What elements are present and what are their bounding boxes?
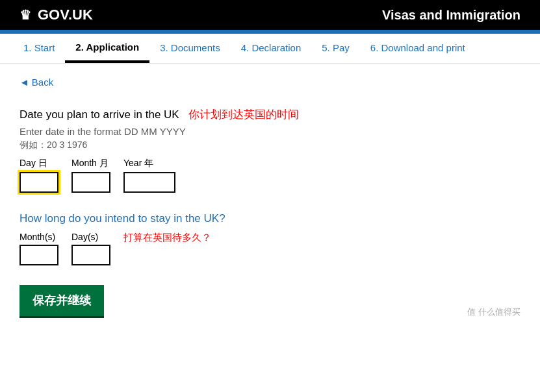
back-link[interactable]: ◄ Back	[19, 77, 53, 88]
month-field-group: Month 月	[71, 158, 110, 193]
step-nav: 1. Start 2. Application 3. Documents 4. …	[0, 34, 540, 64]
arrive-date-section: Date you plan to arrive in the UK 你计划到达英…	[19, 107, 521, 193]
nav-step-2[interactable]: 2. Application	[65, 34, 149, 63]
day-input[interactable]	[19, 172, 58, 193]
back-arrow-icon: ◄	[19, 77, 29, 88]
nav-step-6[interactable]: 6. Download and print	[360, 34, 476, 63]
how-long-english: How long do you intend to stay in the UK…	[19, 212, 225, 225]
arrive-hint-chinese: 例如：20 3 1976	[19, 140, 521, 151]
days-input[interactable]	[71, 245, 110, 265]
save-continue-button[interactable]: 保存并继续	[19, 285, 104, 318]
day-label: Day 日	[19, 158, 58, 169]
arrive-label: Date you plan to arrive in the UK 你计划到达英…	[19, 107, 521, 122]
months-label: Month(s)	[19, 232, 58, 242]
month-label: Month 月	[71, 158, 110, 169]
days-label: Day(s)	[71, 232, 110, 242]
stay-fields: Month(s) Day(s) 打算在英国待多久？	[19, 232, 521, 265]
year-label: Year 年	[123, 158, 175, 169]
stay-label-chinese: 打算在英国待多久？	[123, 232, 211, 244]
gov-uk-logo: ♛ GOV.UK	[19, 6, 93, 23]
nav-step-4[interactable]: 4. Declaration	[231, 34, 312, 63]
arrive-hint-english: Enter date in the format DD MM YYYY	[19, 126, 521, 137]
watermark-text: 值 什么值得买	[467, 306, 521, 318]
nav-step-3[interactable]: 3. Documents	[149, 34, 231, 63]
months-input[interactable]	[19, 245, 58, 265]
nav-step-1[interactable]: 1. Start	[13, 34, 65, 63]
section-title: Visas and Immigration	[382, 8, 521, 23]
day-field-group: Day 日	[19, 158, 58, 193]
how-long-label: How long do you intend to stay in the UK…	[19, 212, 521, 225]
site-header: ♛ GOV.UK Visas and Immigration	[0, 0, 540, 30]
year-input[interactable]	[123, 172, 175, 193]
month-input[interactable]	[71, 172, 110, 193]
back-label: Back	[32, 77, 53, 88]
date-fields: Day 日 Month 月 Year 年	[19, 158, 521, 193]
arrive-label-chinese: 你计划到达英国的时间	[188, 108, 299, 121]
stay-duration-section: How long do you intend to stay in the UK…	[19, 212, 521, 265]
main-content: ◄ Back Date you plan to arrive in the UK…	[0, 64, 540, 331]
arrive-label-english: Date you plan to arrive in the UK	[19, 108, 179, 121]
crown-icon: ♛	[19, 7, 31, 23]
nav-step-5[interactable]: 5. Pay	[311, 34, 360, 63]
days-field-group: Day(s)	[71, 232, 110, 265]
site-name: GOV.UK	[38, 6, 93, 23]
year-field-group: Year 年	[123, 158, 175, 193]
months-field-group: Month(s)	[19, 232, 58, 265]
